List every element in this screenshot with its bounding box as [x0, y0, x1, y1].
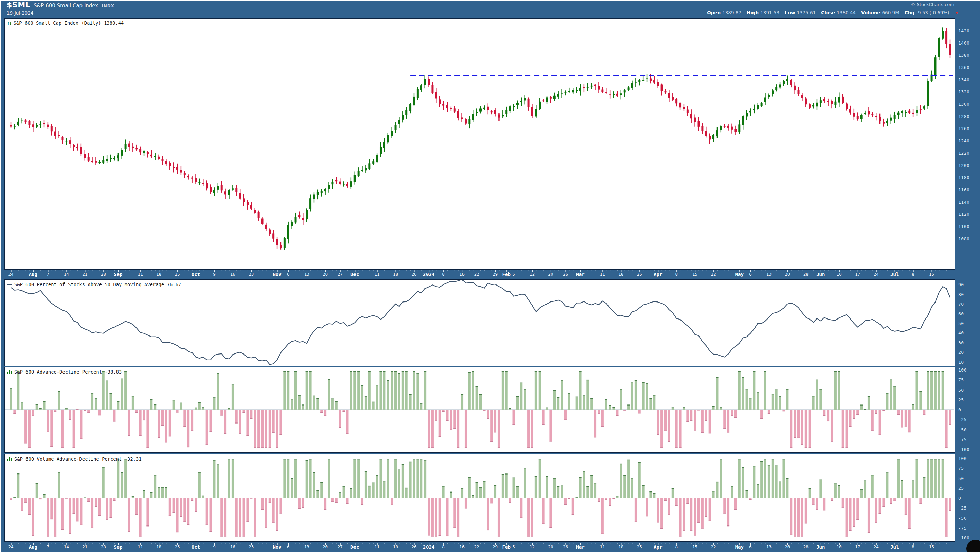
date-label: 20: [548, 271, 553, 277]
date-label: 25: [175, 544, 180, 549]
pct-above-50dma-legend: S&P 600 Percent of Stocks Above 50 Day M…: [7, 282, 181, 287]
date-label: 8: [912, 544, 915, 549]
symbol-ticker: $SML: [7, 1, 30, 9]
date-label: 16: [230, 544, 235, 549]
date-label: Oct: [191, 271, 200, 277]
date-label: 18: [156, 271, 161, 277]
date-label: May: [735, 544, 744, 550]
y-axis-label: 25: [958, 397, 964, 402]
date-label: Nov: [273, 271, 281, 277]
y-axis-label: 100: [958, 456, 967, 461]
y-axis-label: 25: [958, 485, 964, 490]
histogram-icon: [7, 370, 12, 374]
date-label: Sep: [114, 544, 122, 550]
date-label: 13: [767, 271, 772, 277]
date-label: 25: [637, 544, 642, 549]
date-label: 6: [287, 271, 290, 277]
date-label: 5: [512, 544, 515, 549]
histogram-icon: [7, 457, 12, 461]
y-axis-label: 1100: [958, 224, 969, 229]
date-label: 12: [530, 544, 535, 549]
quote-close: Close1380.44: [821, 10, 856, 15]
date-label: 16: [230, 271, 235, 277]
y-axis-label: 1300: [958, 102, 969, 107]
exchange-label: INDX: [102, 4, 115, 8]
date-label: 20: [785, 544, 790, 549]
date-label: Feb: [502, 271, 511, 277]
date-label: 6: [749, 271, 752, 277]
change-down-icon: ▼: [956, 11, 958, 15]
date-label: Jun: [816, 544, 825, 550]
date-label: Jul: [890, 544, 899, 550]
date-label: Aug: [29, 544, 37, 550]
date-label: 28: [101, 271, 106, 277]
page-edge-top: [0, 0, 980, 1]
date-label: 22: [711, 544, 716, 549]
date-label: 20: [548, 544, 553, 549]
date-label: 20: [785, 271, 790, 277]
y-axis-label: 1220: [958, 151, 969, 156]
date-label: 14: [64, 544, 69, 549]
y-axis-label: 50: [958, 387, 964, 392]
date-label: Jul: [890, 271, 899, 277]
date-label: 18: [393, 271, 398, 277]
date-label: 18: [618, 544, 624, 549]
y-axis-label: -100: [958, 447, 969, 452]
quote-volume: Volume660.9M: [861, 10, 899, 15]
date-label: 24: [874, 544, 879, 549]
date-label: 8: [442, 271, 445, 277]
date-label: 27: [337, 271, 343, 277]
y-axis-label: 50: [958, 321, 964, 326]
date-label: 22: [474, 544, 479, 549]
date-label: 24: [8, 271, 13, 277]
date-label: Dec: [350, 544, 359, 550]
copyright-text: © StockCharts.com: [911, 2, 954, 7]
quote-date: 19-Jul-2024: [7, 10, 33, 16]
date-label: 27: [337, 544, 343, 549]
y-axis-label: 1380: [958, 53, 969, 58]
y-axis-label: 20: [958, 350, 964, 355]
y-axis-label: 1360: [958, 65, 969, 70]
chart-page: $SML S&P 600 Small Cap Index INDX 19-Jul…: [0, 0, 980, 552]
date-label: Mar: [576, 544, 584, 550]
y-axis-label: 75: [958, 466, 964, 471]
date-label: Apr: [654, 271, 662, 277]
y-axis-label: 1200: [958, 163, 969, 168]
date-label: 10: [837, 544, 842, 549]
y-axis-label: 1260: [958, 126, 969, 131]
date-label: 2024: [423, 544, 435, 550]
date-label: 29: [493, 544, 498, 549]
date-label: 6: [287, 544, 290, 549]
y-axis-label: -75: [958, 525, 967, 530]
date-label: Feb: [502, 544, 511, 550]
date-label: 18: [393, 544, 398, 549]
y-axis-label: -25: [958, 417, 967, 422]
date-label: 16: [460, 544, 465, 549]
y-axis-label: 90: [958, 282, 964, 287]
y-axis-label: -100: [958, 535, 969, 541]
date-label: 11: [138, 544, 143, 549]
date-label: 26: [411, 544, 416, 549]
advance-decline-legend: S&P 600 Advance-Decline Percent -38.83: [7, 369, 122, 375]
y-axis-label: -50: [958, 515, 967, 520]
date-label: 7: [46, 544, 49, 549]
date-label: 12: [530, 271, 535, 277]
date-label: 26: [411, 271, 416, 277]
quote-low: Low1375.61: [785, 10, 816, 15]
y-axis-label: 100: [958, 367, 967, 373]
quote-open: Open1389.87: [707, 10, 741, 15]
date-label: 14: [64, 271, 69, 277]
date-label: Oct: [191, 544, 200, 550]
date-label: 11: [600, 271, 605, 277]
date-label: Sep: [114, 271, 122, 277]
date-label: 7: [46, 271, 49, 277]
y-axis-label: 1240: [958, 138, 969, 144]
date-label: 26: [563, 544, 568, 549]
date-label: 6: [749, 544, 752, 549]
date-label: 8: [675, 271, 678, 277]
line-icon: [7, 284, 12, 285]
date-label: 20: [323, 271, 328, 277]
y-axis-label: 0: [958, 496, 961, 501]
quote-row: Open1389.87High1391.53Low1375.61Close138…: [707, 10, 958, 15]
date-label: 24: [874, 271, 879, 277]
